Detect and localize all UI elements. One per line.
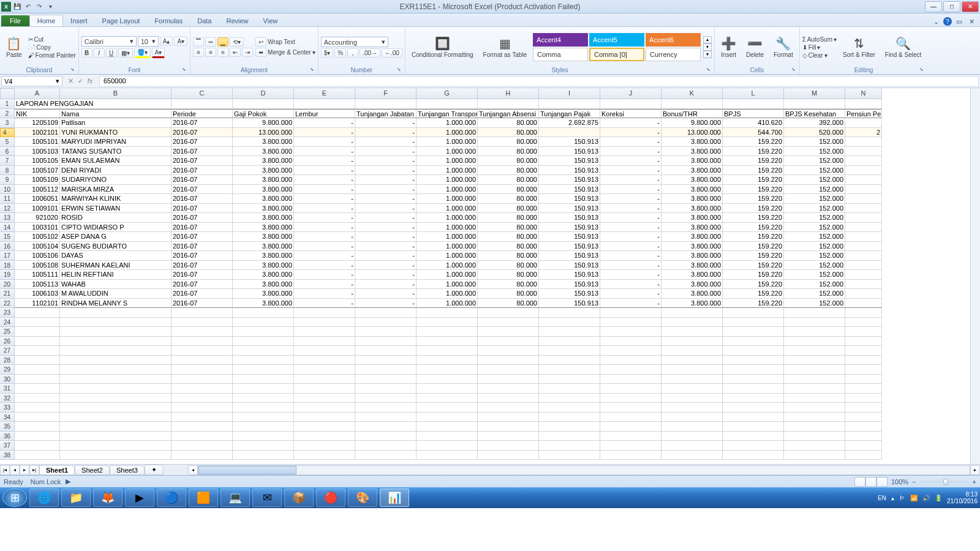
row-header[interactable]: 19 [0,270,15,280]
system-tray[interactable]: EN ▴ 🏳 📶 🔊 🔋 8:1321/10/2016 [878,491,978,504]
copy-button[interactable]: 📄 Copy [28,44,76,51]
cell[interactable]: 80.000 [478,185,539,195]
cell[interactable] [60,318,172,328]
sort-filter-button[interactable]: ⇅Sort & Filter [839,35,879,59]
cell[interactable]: 150.913 [539,289,600,299]
cell[interactable]: DAYAS [60,251,172,261]
cell[interactable] [539,337,600,347]
cell[interactable]: 80.000 [478,166,539,176]
cell[interactable]: 3.800.000 [662,242,723,252]
cell[interactable]: 2016-07 [172,213,233,223]
cell[interactable]: 1006051 [15,194,60,204]
cell[interactable] [172,432,233,441]
cell[interactable] [723,365,784,375]
cell[interactable]: DENI RIYADI [60,166,172,176]
cell[interactable] [15,337,60,347]
cell[interactable] [539,432,600,441]
cell[interactable] [600,318,662,328]
cell[interactable] [723,375,784,384]
tray-lang[interactable]: EN [878,495,886,501]
cell[interactable]: 3.800.000 [662,194,723,204]
cell[interactable]: HELIN REFTIANI [60,270,172,280]
cell[interactable]: 9.800.000 [233,118,294,128]
decrease-indent-button[interactable]: ⇤ [230,48,241,57]
cell[interactable]: 152.000 [784,166,845,176]
cell[interactable] [15,384,60,394]
cell[interactable] [845,213,882,223]
tab-insert[interactable]: Insert [63,15,95,26]
cell[interactable] [478,308,539,318]
cell[interactable] [784,394,845,403]
cell[interactable] [355,375,417,384]
cell[interactable] [539,394,600,403]
row-header[interactable]: 21 [0,289,15,299]
font-name-select[interactable]: Calibri▾ [81,36,137,47]
row-header[interactable]: 33 [0,403,15,413]
align-right-button[interactable]: ≡ [217,48,228,57]
column-header[interactable]: G [417,88,478,99]
cell[interactable]: - [294,194,355,204]
cell[interactable]: 1005111 [15,270,60,280]
cell[interactable] [60,375,172,384]
cell[interactable] [539,356,600,365]
cell[interactable]: 3.800.000 [233,223,294,233]
cell[interactable]: - [355,128,417,138]
cell[interactable]: EMAN SULAEMAN [60,156,172,166]
tray-flag-icon[interactable]: 🏳 [899,495,905,501]
cell[interactable] [539,422,600,432]
style-accent5[interactable]: Accent5 [589,33,644,47]
percent-button[interactable]: % [334,48,346,58]
cell[interactable] [478,375,539,384]
cell[interactable] [294,394,355,403]
cell[interactable] [784,356,845,365]
row-header[interactable]: 29 [0,365,15,375]
cell[interactable]: 1005104 [15,242,60,252]
cell[interactable] [539,413,600,422]
format-cells-button[interactable]: 🔧Format [770,35,797,59]
enter-formula-icon[interactable]: ✓ [76,77,85,85]
row-header[interactable]: 3 [0,118,15,128]
cell[interactable]: 80.000 [478,194,539,204]
cell[interactable]: - [294,118,355,128]
cell[interactable] [662,441,723,451]
cell[interactable]: 1005102 [15,232,60,242]
merge-center-button[interactable]: ⬌Merge & Center▾ [255,48,315,57]
cell[interactable]: 2016-07 [172,166,233,176]
cell[interactable] [723,337,784,347]
cell[interactable]: 152.000 [784,223,845,233]
column-header[interactable]: F [355,88,417,99]
decrease-decimal-button[interactable]: ←.00 [382,48,402,58]
cell[interactable] [600,422,662,432]
cell[interactable] [845,327,882,337]
cell[interactable]: 80.000 [478,232,539,242]
cell[interactable]: 80.000 [478,251,539,261]
cell[interactable] [233,403,294,413]
cell[interactable]: 3.800.000 [662,175,723,185]
cell[interactable] [15,346,60,356]
cell[interactable] [294,422,355,432]
cell[interactable]: 80.000 [478,289,539,299]
cell[interactable]: 1.000.000 [417,204,478,214]
cell[interactable]: 2016-07 [172,289,233,299]
cell[interactable] [600,346,662,356]
cell[interactable] [784,365,845,375]
cell[interactable] [233,99,294,109]
font-color-button[interactable]: A▾ [152,48,165,58]
cell[interactable] [355,308,417,318]
cell[interactable] [355,384,417,394]
cell[interactable] [662,375,723,384]
cell[interactable] [417,394,478,403]
cell[interactable]: 159.220 [723,242,784,252]
cell[interactable] [355,403,417,413]
cell[interactable] [60,346,172,356]
cell[interactable] [355,441,417,451]
cell[interactable] [723,99,784,109]
cell[interactable] [845,242,882,252]
cell[interactable]: 1006103 [15,289,60,299]
cell[interactable] [600,413,662,422]
cell[interactable] [539,318,600,328]
cell[interactable]: 150.913 [539,213,600,223]
cell[interactable]: 159.220 [723,194,784,204]
cell[interactable]: - [294,175,355,185]
cell[interactable] [60,308,172,318]
